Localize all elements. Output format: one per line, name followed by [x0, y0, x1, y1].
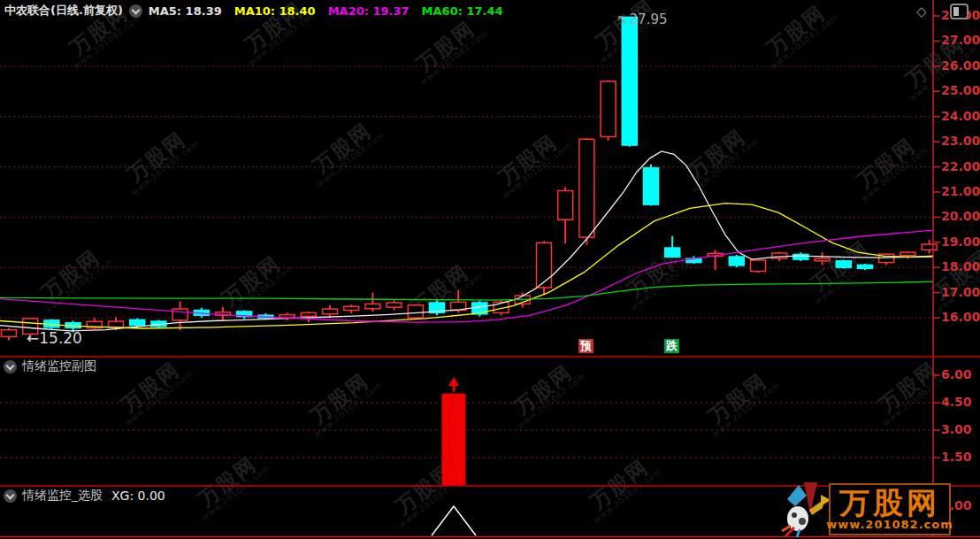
ma-line-ma10 [0, 204, 933, 328]
price-axis-label: 20.00 [941, 209, 980, 223]
candle-body [130, 320, 145, 325]
candle-body [836, 261, 851, 267]
up-left-arrow-icon: ↖ [616, 12, 628, 27]
price-axis-label: 22.00 [941, 159, 980, 173]
sentiment-axis-label: 1.50 [941, 450, 972, 464]
candle-body [109, 321, 124, 327]
high-price-value: 27.95 [630, 12, 668, 27]
candle-body [408, 305, 423, 318]
sentiment-bar [442, 394, 466, 485]
sentiment-axis-label: 4.50 [941, 395, 972, 409]
ma-line-ma60 [0, 281, 933, 300]
ma-line-ma5 [0, 151, 933, 331]
price-axis-label: 18.00 [941, 259, 980, 273]
diamond-icon[interactable]: ◇ [916, 4, 927, 19]
ma-label: MA20: 19.37 [328, 4, 410, 18]
candle-body [622, 17, 637, 145]
candle-body [644, 168, 659, 204]
badge-forecast: 预 [578, 339, 593, 353]
candle-body [601, 81, 616, 137]
candlestick-chart[interactable] [0, 0, 980, 539]
price-axis-label: 24.00 [941, 109, 980, 123]
collapse-chevron-icon[interactable] [4, 489, 17, 503]
price-axis-label: 16.00 [941, 310, 980, 324]
signal-triangle [432, 506, 476, 535]
candle-body [172, 309, 188, 320]
candle-body [387, 303, 402, 307]
candle-body [365, 304, 380, 308]
candle-body [558, 191, 573, 220]
sentiment-axis-label: 3.00 [941, 422, 972, 436]
brand-url: www.201082.com [826, 518, 953, 531]
up-arrow-icon [448, 377, 459, 386]
candle-body [858, 265, 873, 268]
candle-body [900, 252, 915, 255]
price-axis-label: 19.00 [941, 235, 980, 249]
candle-body [301, 312, 316, 316]
candle-body [579, 139, 594, 237]
collapse-chevron-icon[interactable] [4, 360, 17, 373]
sentiment-panel-title: 情绪监控副图 [22, 358, 96, 374]
candle-body [793, 254, 808, 259]
candle-body [751, 260, 766, 272]
brand-name: 万股网 [839, 488, 940, 518]
ma-label: MA5: 18.39 [149, 4, 222, 18]
price-axis-label: 27.00 [941, 33, 980, 47]
candle-body [323, 309, 338, 314]
candle-body [2, 330, 17, 337]
panel-label-sentiment: 情绪监控副图 [4, 358, 96, 374]
stockpick-panel-title: 情绪监控_选股 [22, 488, 103, 504]
ma-label: MA10: 18.40 [234, 4, 316, 18]
price-axis-label: 21.00 [941, 184, 980, 198]
collapse-chevron-icon[interactable] [129, 4, 142, 18]
price-callout-low: ←15.20 [27, 329, 82, 347]
price-axis-label: 26.00 [941, 58, 980, 73]
price-callout-high: ↖27.95 [616, 12, 668, 27]
candle-body [344, 306, 359, 310]
candle-body [772, 253, 787, 258]
candle-body [665, 248, 680, 257]
sentiment-axis-label: 6.00 [941, 367, 972, 381]
mascot-logo-icon [780, 481, 831, 538]
ma-labels: MA5: 18.39MA10: 18.40MA20: 19.37MA60: 17… [149, 4, 503, 18]
badge-fall: 跌 [664, 339, 679, 353]
candle-body [729, 257, 744, 266]
trading-app-window: 万股网www.201082.com万股网www.201082.com万股网www… [0, 0, 980, 539]
price-axis-label: 17.00 [941, 285, 980, 299]
chart-header: 中农联合(日线.前复权) MA5: 18.39MA10: 18.40MA20: … [4, 3, 503, 19]
split-window-icon[interactable] [950, 4, 969, 19]
stock-title: 中农联合(日线.前复权) [4, 3, 123, 19]
candle-body [815, 258, 830, 261]
price-axis-label: 25.00 [941, 83, 980, 97]
panel-label-stockpick: 情绪监控_选股 XG: 0.00 [4, 488, 165, 504]
ma-label: MA60: 17.44 [422, 4, 503, 18]
brand-logo-box: 万股网 www.201082.com [829, 483, 951, 535]
candle-body [922, 244, 937, 250]
xg-value: XG: 0.00 [111, 489, 165, 503]
candle-body [537, 243, 552, 288]
price-axis-label: 23.00 [941, 134, 980, 148]
